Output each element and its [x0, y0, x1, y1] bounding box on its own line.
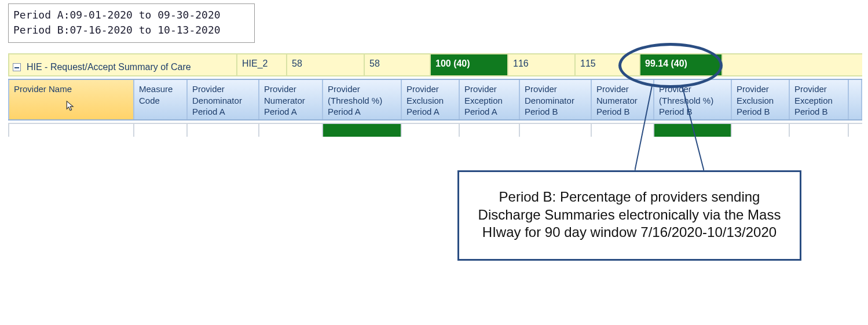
summary-title-cell[interactable]: HIE - Request/Accept Summary of Care	[8, 54, 236, 75]
col-numerator-a[interactable]: Provider Numerator Period A	[258, 80, 322, 119]
grid-data-row-partial	[8, 123, 862, 137]
summary-denominator-a: 58	[286, 54, 364, 75]
col-threshold-b[interactable]: Provider (Threshold %) Period B	[653, 80, 731, 119]
col-measure-code[interactable]: Measure Code	[133, 80, 186, 119]
col-exception-a[interactable]: Provider Exception Period A	[459, 80, 519, 119]
summary-threshold-a: 100 (40)	[430, 54, 507, 75]
summary-threshold-b: 99.14 (40)	[639, 54, 721, 75]
summary-numerator-a: 58	[364, 54, 430, 75]
col-numerator-b[interactable]: Provider Numerator Period B	[591, 80, 653, 119]
collapse-icon[interactable]	[13, 63, 21, 71]
col-threshold-a[interactable]: Provider (Threshold %) Period A	[322, 80, 401, 119]
period-range-panel: Period A:09-01-2020 to 09-30-2020 Period…	[8, 3, 255, 43]
summary-numerator-b: 115	[574, 54, 639, 75]
col-provider-name[interactable]: Provider Name	[8, 80, 133, 119]
period-b-range: Period B:07-16-2020 to 10-13-2020	[13, 23, 250, 38]
summary-measure-code: HIE_2	[236, 54, 286, 75]
col-exception-b[interactable]: Provider Exception Period B	[789, 80, 848, 119]
col-trailing-blank	[848, 80, 862, 119]
summary-trailing-blank	[721, 54, 862, 75]
col-denominator-b[interactable]: Provider Denominator Period B	[519, 80, 591, 119]
annotation-callout: Period B: Percentage of providers sendin…	[457, 170, 801, 261]
period-a-range: Period A:09-01-2020 to 09-30-2020	[13, 8, 250, 23]
col-exclusion-a[interactable]: Provider Exclusion Period A	[401, 80, 459, 119]
grid-header-row: Provider Name Measure Code Provider Deno…	[8, 79, 862, 120]
measure-summary-row: HIE - Request/Accept Summary of Care HIE…	[8, 53, 862, 76]
annotation-text: Period B: Percentage of providers sendin…	[478, 189, 781, 240]
col-exclusion-b[interactable]: Provider Exclusion Period B	[731, 80, 789, 119]
col-denominator-a[interactable]: Provider Denominator Period A	[186, 80, 258, 119]
summary-denominator-b: 116	[507, 54, 574, 75]
cursor-icon	[65, 100, 76, 112]
summary-title: HIE - Request/Accept Summary of Care	[27, 62, 191, 72]
